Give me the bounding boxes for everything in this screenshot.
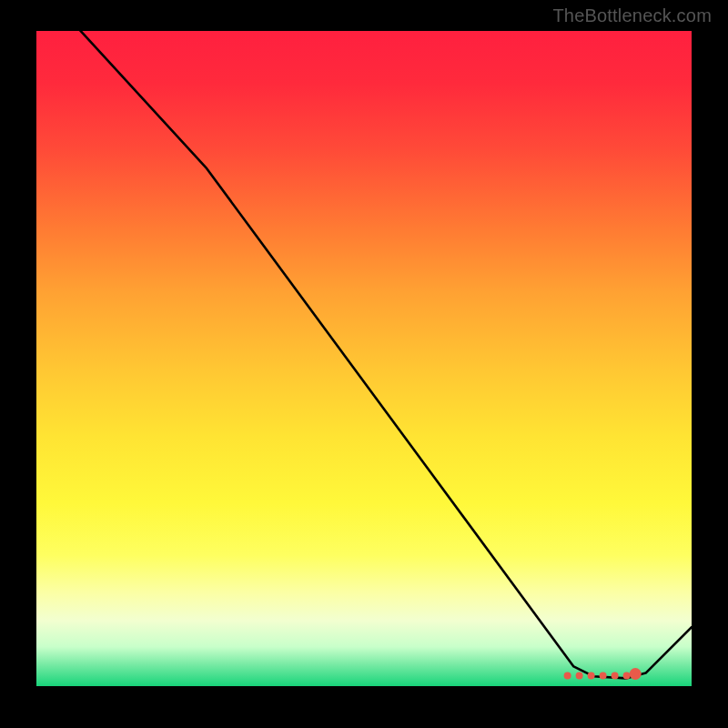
curve-path	[63, 31, 692, 678]
marker-dot	[576, 672, 583, 680]
marker-dot	[588, 672, 595, 680]
plot-area	[36, 31, 692, 686]
marker-dot	[600, 672, 607, 680]
watermark-text: TheBottleneck.com	[552, 5, 712, 26]
chart-frame: TheBottleneck.com	[0, 0, 728, 728]
marker-dot	[623, 672, 631, 680]
marker-dot	[564, 672, 571, 680]
line-chart	[36, 31, 692, 686]
marker-end-dot	[630, 668, 642, 680]
marker-dot	[612, 672, 619, 680]
marker-band	[564, 668, 642, 680]
curve-series	[63, 31, 692, 678]
